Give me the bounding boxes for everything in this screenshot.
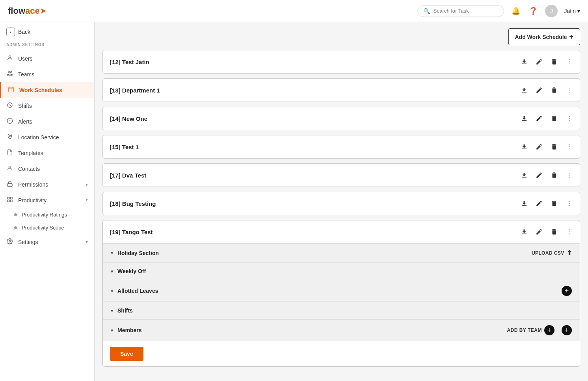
admin-label: ADMIN SETTINGS	[0, 40, 94, 51]
delete-icon[interactable]	[551, 172, 558, 179]
help-icon[interactable]: ❓	[528, 6, 539, 17]
add-work-schedule-button[interactable]: Add Work Schedule +	[508, 28, 581, 45]
more-icon[interactable]	[566, 115, 573, 122]
section-title-shifts: Shifts	[117, 307, 572, 314]
section-title-holiday: Holiday Section	[117, 250, 528, 256]
svg-point-23	[569, 90, 569, 91]
sidebar-item-templates[interactable]: Templates	[0, 145, 94, 161]
edit-icon[interactable]	[536, 58, 543, 65]
search-icon: 🔍	[423, 8, 430, 14]
svg-point-36	[569, 205, 569, 206]
sidebar-item-permissions[interactable]: Permissions ▾	[0, 177, 94, 192]
schedule-actions-12	[521, 58, 573, 65]
chevron-down-icon[interactable]: ▾	[111, 268, 114, 274]
more-icon[interactable]	[566, 228, 573, 235]
schedule-actions-18	[521, 200, 573, 207]
users-icon	[6, 55, 13, 63]
back-icon: ‹	[6, 28, 15, 36]
sidebar-subitem-productivity-scope[interactable]: Productivity Scope	[0, 221, 94, 234]
schedule-card-12: [12] Test Jatin	[102, 50, 580, 74]
edit-icon[interactable]	[536, 87, 543, 94]
sidebar-item-contacts[interactable]: Contacts	[0, 161, 94, 177]
download-icon[interactable]	[521, 228, 528, 235]
back-label: Back	[18, 29, 30, 35]
add-member-button[interactable]: +	[562, 325, 572, 335]
sidebar-item-label: Settings	[18, 239, 38, 245]
logo-ace: ace	[25, 6, 40, 16]
svg-rect-15	[10, 197, 12, 199]
chevron-up-icon: ▴	[86, 198, 88, 203]
sidebar-subitem-productivity-ratings[interactable]: Productivity Ratings	[0, 208, 94, 221]
section-title-members: Members	[117, 327, 503, 333]
contacts-icon	[6, 165, 13, 173]
delete-icon[interactable]	[551, 200, 558, 207]
download-icon[interactable]	[521, 172, 528, 179]
sidebar-item-work-schedules[interactable]: Work Schedules	[0, 82, 94, 98]
download-icon[interactable]	[521, 143, 528, 150]
download-icon[interactable]	[521, 58, 528, 65]
upload-csv-button[interactable]: UPLOAD CSV ⬆	[532, 249, 572, 257]
schedule-card-17: [17] Dva Test	[102, 163, 580, 187]
notifications-icon[interactable]: 🔔	[510, 6, 521, 17]
edit-icon[interactable]	[536, 143, 543, 150]
svg-point-0	[9, 56, 11, 58]
sidebar-item-teams[interactable]: Teams	[0, 67, 94, 82]
schedule-actions-13	[521, 87, 573, 94]
sidebar-item-label: Work Schedules	[19, 87, 62, 93]
search-bar[interactable]: 🔍	[417, 5, 504, 17]
download-icon[interactable]	[521, 115, 528, 122]
schedule-title-15: [15] Test 1	[110, 144, 521, 150]
sidebar-item-shifts[interactable]: Shifts	[0, 98, 94, 114]
header-right: 🔍 🔔 ❓ J Jatin ▾	[417, 5, 580, 17]
sidebar-item-settings[interactable]: Settings ▾	[0, 234, 94, 250]
section-title-allotted-leaves: Allotted Leaves	[117, 288, 558, 294]
delete-icon[interactable]	[551, 87, 558, 94]
schedule-header-19: [19] Tango Test	[103, 220, 580, 243]
add-by-team-button[interactable]: ADD BY TEAM +	[507, 325, 555, 335]
user-name[interactable]: Jatin ▾	[564, 8, 580, 14]
edit-icon[interactable]	[536, 228, 543, 235]
sub-item-label: Productivity Ratings	[22, 212, 67, 218]
add-allotted-leave-button[interactable]: +	[562, 286, 572, 296]
location-icon	[6, 133, 13, 141]
download-icon[interactable]	[521, 200, 528, 207]
chevron-down-icon[interactable]: ▾	[111, 327, 114, 333]
more-icon[interactable]	[566, 58, 573, 65]
edit-icon[interactable]	[536, 200, 543, 207]
svg-point-37	[569, 229, 569, 230]
sidebar-item-users[interactable]: Users	[0, 51, 94, 67]
more-icon[interactable]	[566, 200, 573, 207]
section-row-allotted-leaves: ▾ Allotted Leaves +	[103, 280, 580, 301]
schedule-title-12: [12] Test Jatin	[110, 59, 521, 65]
svg-point-12	[9, 166, 11, 168]
save-button[interactable]: Save	[110, 347, 143, 361]
delete-icon[interactable]	[551, 143, 558, 150]
top-bar: Add Work Schedule +	[102, 22, 580, 50]
chevron-down-icon[interactable]: ▾	[111, 250, 114, 256]
sidebar-item-label: Permissions	[18, 181, 48, 188]
chevron-down-icon: ▾	[86, 239, 88, 245]
sidebar-item-productivity[interactable]: Productivity ▴	[0, 192, 94, 208]
more-icon[interactable]	[566, 87, 573, 94]
chevron-down-icon[interactable]: ▾	[111, 308, 114, 314]
search-input[interactable]	[433, 8, 498, 14]
edit-icon[interactable]	[536, 172, 543, 179]
back-button[interactable]: ‹ Back	[0, 22, 94, 40]
schedule-actions-15	[521, 143, 573, 150]
more-icon[interactable]	[566, 143, 573, 150]
sidebar-item-alerts[interactable]: Alerts	[0, 114, 94, 129]
svg-point-26	[569, 118, 569, 119]
schedule-header-12: [12] Test Jatin	[103, 50, 580, 73]
schedule-actions-14	[521, 115, 573, 122]
delete-icon[interactable]	[551, 228, 558, 235]
edit-icon[interactable]	[536, 115, 543, 122]
schedule-title-14: [14] New One	[110, 115, 521, 122]
more-icon[interactable]	[566, 172, 573, 179]
sidebar-item-location-service[interactable]: Location Service	[0, 129, 94, 145]
schedule-title-18: [18] Bug Testing	[110, 200, 521, 207]
header: flowace➤ 🔍 🔔 ❓ J Jatin ▾	[0, 0, 588, 22]
delete-icon[interactable]	[551, 115, 558, 122]
download-icon[interactable]	[521, 87, 528, 94]
delete-icon[interactable]	[551, 58, 558, 65]
chevron-down-icon[interactable]: ▾	[111, 288, 114, 294]
